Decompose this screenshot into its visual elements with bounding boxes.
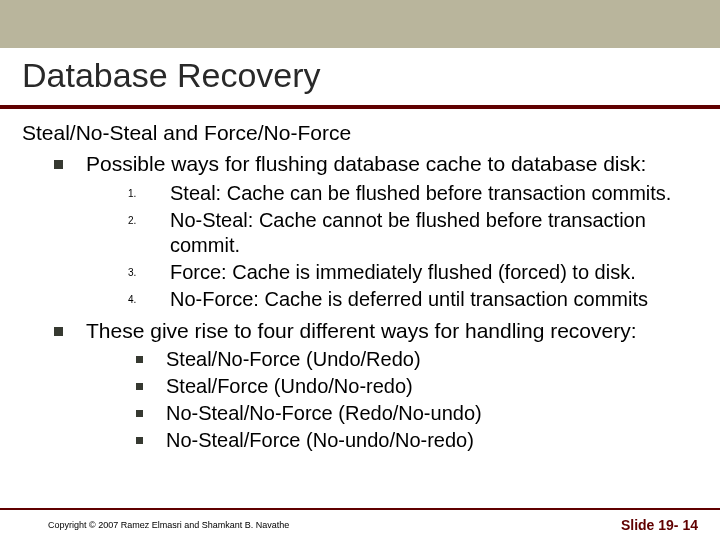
sub-bullet-list: Steal/No-Force (Undo/Redo) Steal/Force (…	[86, 347, 696, 453]
list-item: No-Steal/Force (No-undo/No-redo)	[126, 428, 696, 453]
content-subhead: Steal/No-Steal and Force/No-Force	[22, 121, 696, 145]
list-item: Steal: Cache can be flushed before trans…	[128, 181, 696, 206]
copyright-text: Copyright © 2007 Ramez Elmasri and Shamk…	[48, 520, 289, 530]
title-area: Database Recovery	[0, 48, 720, 109]
list-item: No-Steal/No-Force (Redo/No-undo)	[126, 401, 696, 426]
ordered-list: Steal: Cache can be flushed before trans…	[86, 181, 696, 312]
level1-list: Possible ways for flushing database cach…	[22, 151, 696, 453]
slide: Database Recovery Steal/No-Steal and For…	[0, 0, 720, 540]
list-item: No-Force: Cache is deferred until transa…	[128, 287, 696, 312]
bullet-possible-ways: Possible ways for flushing database cach…	[52, 151, 696, 312]
slide-number: Slide 19- 14	[621, 517, 698, 533]
list-item: Steal/No-Force (Undo/Redo)	[126, 347, 696, 372]
bullet-four-ways: These give rise to four different ways f…	[52, 318, 696, 452]
content-area: Steal/No-Steal and Force/No-Force Possib…	[0, 109, 720, 453]
footer: Copyright © 2007 Ramez Elmasri and Shamk…	[0, 508, 720, 540]
bullet-text: Possible ways for flushing database cach…	[86, 152, 646, 175]
bullet-text: These give rise to four different ways f…	[86, 319, 637, 342]
list-item: No-Steal: Cache cannot be flushed before…	[128, 208, 696, 258]
slide-title: Database Recovery	[22, 56, 720, 95]
list-item: Force: Cache is immediately flushed (for…	[128, 260, 696, 285]
decorative-top-band	[0, 0, 720, 48]
list-item: Steal/Force (Undo/No-redo)	[126, 374, 696, 399]
